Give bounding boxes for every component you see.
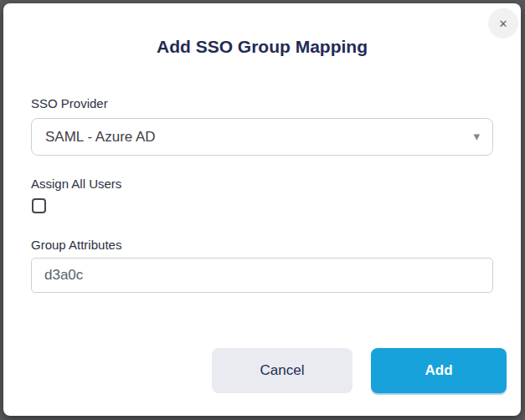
assign-all-users-checkbox[interactable] bbox=[32, 198, 46, 213]
sso-provider-select-wrapper: SAML - Azure AD ▾ bbox=[31, 118, 493, 156]
group-attributes-input[interactable] bbox=[31, 258, 493, 293]
add-sso-group-mapping-dialog: ✕ Add SSO Group Mapping SSO Provider SAM… bbox=[3, 3, 521, 416]
dialog-footer: Cancel Add bbox=[31, 348, 507, 393]
assign-all-users-label: Assign All Users bbox=[31, 176, 493, 192]
close-button[interactable]: ✕ bbox=[488, 8, 518, 38]
group-attributes-label: Group Attributes bbox=[31, 237, 493, 254]
add-button[interactable]: Add bbox=[371, 348, 507, 393]
close-icon: ✕ bbox=[499, 18, 508, 29]
sso-provider-label: SSO Provider bbox=[31, 95, 493, 112]
sso-provider-select[interactable]: SAML - Azure AD bbox=[31, 118, 493, 156]
cancel-button[interactable]: Cancel bbox=[212, 348, 353, 393]
dialog-body: SSO Provider SAML - Azure AD ▾ Assign Al… bbox=[3, 95, 521, 393]
dialog-title: Add SSO Group Mapping bbox=[3, 35, 521, 59]
